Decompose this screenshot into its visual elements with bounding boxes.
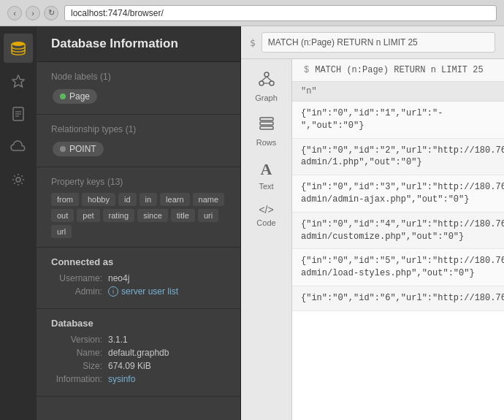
svg-point-8 [259,81,264,85]
prop-out[interactable]: out [51,209,74,222]
forward-button[interactable]: › [26,6,40,20]
svg-rect-14 [260,122,273,125]
sidebar-item-database[interactable] [4,34,33,63]
result-row-5: {"in":"0","id":"6","url":"http://180.76.… [292,286,504,311]
result-row-2: {"in":"0","id":"3","url":"http://180.76.… [292,175,504,213]
size-label: Size: [51,361,102,371]
code-icon: </> [259,204,273,215]
result-header: "n" [292,82,504,102]
panel-title: Database Information [51,37,226,51]
back-button[interactable]: ‹ [7,6,22,20]
prop-since[interactable]: since [137,209,168,222]
version-value: 3.1.1 [108,335,128,345]
query-display: $MATCH (n:Page) RETURN n LIMIT 25 [292,59,504,82]
url-bar[interactable] [64,5,497,21]
rel-types-title: Relationship types (1) [51,123,226,134]
sidebar-item-settings[interactable] [4,165,33,194]
username-value: neo4j [108,273,129,283]
text-tool[interactable]: A Text [245,154,289,196]
rel-dot [60,146,66,152]
rel-type-point[interactable]: POINT [53,142,104,156]
info-value: sysinfo [108,374,135,384]
sidebar-item-favorites[interactable] [4,66,33,96]
database-section: Database Version: 3.1.1 Name: default.gr… [37,309,240,397]
admin-value: i server user list [108,286,178,297]
rel-types-list: POINT [51,140,226,158]
cloud-icon [10,140,26,153]
node-labels-title: Node labels (1) [51,71,226,82]
graph-icon [259,71,275,91]
node-labels-list: Page [51,88,226,105]
prop-name[interactable]: name [193,193,225,206]
result-row-3: {"in":"0","id":"4","url":"http://180.76.… [292,213,504,250]
rel-text: POINT [69,144,96,154]
node-label-page[interactable]: Page [53,89,97,104]
db-name-value: default.graphdb [108,348,169,358]
admin-circle-icon: i [108,286,118,297]
username-label: Username: [51,273,102,283]
svg-point-0 [12,42,25,46]
result-row-1: {"in":"0","id":"2","url":"http://180.76.… [292,139,504,176]
svg-marker-1 [12,75,24,87]
version-row: Version: 3.1.1 [51,335,226,345]
sysinfo-link[interactable]: sysinfo [108,374,135,384]
database-icon [10,40,26,56]
prop-uri[interactable]: uri [198,209,218,222]
property-tags-list: from hobby id in learn name out pet rati… [51,193,226,238]
sidebar-item-files[interactable] [4,99,33,129]
tool-sidebar: Graph Rows A Text [241,59,292,420]
reload-button[interactable]: ↻ [44,6,58,20]
rows-tool-label: Rows [256,138,277,147]
db-name-row: Name: default.graphdb [51,348,226,358]
svg-point-6 [16,177,20,182]
app-layout: Database Information Node labels (1) Pag… [0,26,504,420]
browser-chrome: ‹ › ↻ [0,0,504,26]
rows-tool[interactable]: Rows [245,110,289,153]
info-label: Information: [51,374,102,384]
admin-row: Admin: i server user list [51,286,226,297]
query-prompt: $ [250,37,256,48]
rows-icon [259,115,275,135]
prop-id[interactable]: id [118,193,137,206]
display-prompt: $ [304,65,309,75]
code-tool[interactable]: </> Code [245,198,289,233]
server-user-list-link[interactable]: server user list [121,286,178,297]
prop-rating[interactable]: rating [103,209,135,222]
file-icon [12,107,25,121]
admin-label: Admin: [51,286,102,297]
result-content: $MATCH (n:Page) RETURN n LIMIT 25 "n" {"… [292,59,504,420]
connected-as-section: Connected as Username: neo4j Admin: i se… [37,248,240,309]
info-panel-header: Database Information [37,26,240,62]
prop-title[interactable]: title [171,209,195,222]
property-keys-section: Property keys (13) from hobby id in lear… [37,167,240,248]
code-tool-label: Code [256,218,275,227]
size-row: Size: 674.09 KiB [51,361,226,371]
query-input[interactable] [261,32,495,53]
prop-hobby[interactable]: hobby [82,193,115,206]
icon-sidebar [0,26,37,420]
info-panel: Database Information Node labels (1) Pag… [37,26,241,420]
svg-point-7 [264,72,269,77]
prop-url[interactable]: url [51,225,72,238]
result-area: Graph Rows A Text [241,59,504,420]
db-name-label: Name: [51,348,102,358]
connected-as-title: Connected as [51,256,226,267]
text-icon: A [261,160,272,179]
star-icon [11,74,26,88]
prop-learn[interactable]: learn [160,193,189,206]
prop-pet[interactable]: pet [77,209,99,222]
version-label: Version: [51,335,102,345]
graph-tool[interactable]: Graph [245,65,289,108]
prop-keys-title: Property keys (13) [51,176,226,187]
node-labels-section: Node labels (1) Page [37,62,240,115]
info-row-db: Information: sysinfo [51,374,226,384]
query-text: MATCH (n:Page) RETURN n LIMIT 25 [315,65,483,75]
prop-in[interactable]: in [140,193,158,206]
prop-from[interactable]: from [51,193,79,206]
text-tool-label: Text [259,182,273,191]
svg-line-10 [261,77,267,81]
username-row: Username: neo4j [51,273,226,283]
nav-controls: ‹ › ↻ [7,6,58,20]
main-content: $ Grap [241,26,504,420]
sidebar-item-cloud[interactable] [4,132,33,161]
